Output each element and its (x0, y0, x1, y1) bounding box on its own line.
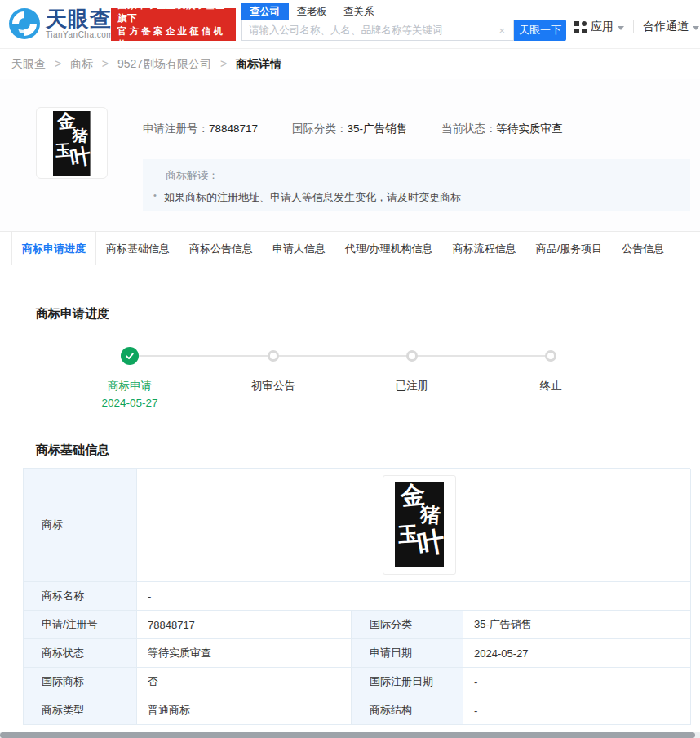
mark-char: 猪 (419, 504, 441, 526)
trademark-mark: 金 猪 玉 叶 (395, 482, 444, 567)
breadcrumb-separator: > (220, 57, 227, 70)
tab-basic-info[interactable]: 商标基础信息 (96, 232, 179, 265)
trademark-summary: 金 猪 玉 叶 申请注册号：78848717 国际分类：35-广告销售 当前状态… (0, 79, 700, 231)
table-label-name: 商标名称 (24, 582, 137, 611)
official-badge: 国家中小企业发展子基金旗下 官方备案企业征信机构 (111, 8, 236, 41)
basic-section-title: 商标基础信息 (36, 442, 700, 458)
search-input[interactable] (249, 24, 497, 36)
table-label: 商标类型 (24, 696, 137, 725)
breadcrumb-home[interactable]: 天眼查 (11, 57, 46, 70)
horizontal-scrollbar-thumb[interactable] (0, 732, 695, 738)
table-value: 普通商标 (137, 696, 352, 725)
nav-item-partner[interactable]: 合作通道 (643, 20, 699, 34)
horizontal-scrollbar (0, 732, 700, 738)
step-label-preliminary: 初审公告 (216, 379, 330, 393)
table-value: 78848717 (137, 611, 352, 639)
table-label: 国际分类 (352, 611, 463, 639)
table-value: 35-广告销售 (463, 611, 691, 639)
search-tab-relation[interactable]: 查关系 (335, 3, 383, 20)
step-pending-node (268, 350, 279, 362)
tab-announcement-info[interactable]: 商标公告信息 (179, 232, 263, 265)
tab-gazette-info[interactable]: 公告信息 (612, 232, 674, 265)
field-label: 国际分类： (292, 122, 348, 135)
nav-apps-label: 应用 (591, 20, 614, 34)
mark-char: 叶 (69, 144, 92, 168)
app-grid-icon (574, 21, 587, 33)
search-area: 查公司 查老板 查关系 × 天眼一下 (241, 3, 566, 41)
tab-process-info[interactable]: 商标流程信息 (443, 232, 526, 265)
basic-info-table: 商标 金 猪 玉 叶 商标名称 - 申请/注册号 78848717 国际分类 3… (23, 468, 690, 725)
field-value: 等待实质审查 (497, 122, 563, 135)
mark-char: 猪 (72, 127, 88, 143)
search-box: × (241, 20, 514, 41)
logo-title: 天眼查 (46, 8, 113, 29)
step-label-registered: 已注册 (355, 379, 469, 393)
tab-agency-info[interactable]: 代理/办理机构信息 (335, 232, 443, 265)
table-value: 否 (137, 668, 352, 696)
interpretation-title: 商标解读： (143, 168, 690, 183)
breadcrumb-separator: > (102, 57, 109, 70)
search-tabs: 查公司 查老板 查关系 (241, 3, 566, 20)
search-tab-company[interactable]: 查公司 (241, 3, 289, 20)
progress-line (130, 355, 551, 357)
logo-text: 天眼查 TianYanCha.com (46, 8, 113, 39)
search-tab-boss[interactable]: 查老板 (289, 3, 336, 20)
badge-line2: 官方备案企业征信机构 (117, 24, 229, 51)
trademark-detail-page: 天眼查 TianYanCha.com 国家中小企业发展子基金旗下 官方备案企业征… (0, 0, 700, 738)
table-value: 等待实质审查 (137, 639, 352, 668)
tab-goods-services[interactable]: 商品/服务项目 (526, 232, 613, 265)
badge-line1: 国家中小企业发展子基金旗下 (117, 0, 229, 24)
breadcrumb: 天眼查 > 商标 > 9527剧场有限公司 > 商标详情 (0, 49, 700, 79)
step-label-application: 商标申请 (73, 379, 187, 393)
caret-down-icon (618, 26, 624, 30)
caret-down-icon (693, 26, 699, 30)
logo-domain: TianYanCha.com (46, 30, 113, 39)
breadcrumb-current: 商标详情 (236, 57, 281, 70)
table-value: - (463, 696, 691, 725)
nav-item-apps[interactable]: 应用 (574, 20, 624, 34)
step-pending-node (406, 350, 418, 362)
field-value: 78848717 (209, 122, 258, 135)
step-label-terminated: 终止 (494, 379, 608, 393)
detail-tabs: 商标申请进度 商标基础信息 商标公告信息 申请人信息 代理/办理机构信息 商标流… (0, 231, 700, 265)
nav-divider (633, 20, 634, 33)
search-row: × 天眼一下 (241, 20, 566, 41)
search-button[interactable]: 天眼一下 (514, 20, 566, 41)
table-value-mark: 金 猪 玉 叶 (137, 469, 691, 582)
tianyancha-logo[interactable]: 天眼查 TianYanCha.com (8, 7, 113, 40)
top-nav: 应用 合作通道 企 (574, 17, 700, 37)
table-value: 2024-05-27 (463, 639, 691, 668)
table-value-name: - (137, 582, 691, 611)
table-value: - (463, 668, 691, 696)
table-label: 国际商标 (24, 668, 137, 696)
progress-section-title: 商标申请进度 (36, 306, 700, 322)
table-label-mark: 商标 (24, 469, 137, 582)
field-label: 申请注册号： (143, 122, 209, 135)
trademark-mark: 金 猪 玉 叶 (53, 111, 91, 176)
step-date: 2024-05-27 (73, 397, 187, 409)
interpretation-bullet: 如果商标的注册地址、申请人等信息发生变化，请及时变更商标 (143, 190, 690, 205)
tab-applicant-info[interactable]: 申请人信息 (263, 232, 335, 265)
trademark-thumbnail: 金 猪 玉 叶 (36, 107, 108, 179)
table-label: 商标状态 (24, 639, 137, 668)
step-pending-node (545, 350, 556, 362)
breadcrumb-trademark[interactable]: 商标 (70, 57, 93, 70)
tianyancha-logo-icon (8, 7, 41, 40)
field-registration-number: 申请注册号：78848717 (143, 122, 258, 136)
step-done-node (121, 347, 139, 365)
field-label: 当前状态： (441, 122, 497, 135)
clear-icon[interactable]: × (497, 24, 507, 37)
top-bar: 天眼查 TianYanCha.com 国家中小企业发展子基金旗下 官方备案企业征… (0, 0, 700, 49)
trademark-image-small: 金 猪 玉 叶 (53, 111, 91, 176)
field-current-status: 当前状态：等待实质审查 (441, 122, 563, 136)
table-label: 国际注册日期 (352, 668, 463, 696)
progress-steps: 商标申请 初审公告 已注册 终止 2024-05-27 (0, 346, 700, 436)
tab-application-progress[interactable]: 商标申请进度 (11, 232, 96, 265)
field-intl-class: 国际分类：35-广告销售 (292, 122, 407, 136)
table-label: 申请日期 (352, 639, 463, 668)
breadcrumb-company[interactable]: 9527剧场有限公司 (117, 57, 211, 70)
breadcrumb-separator: > (55, 57, 61, 70)
table-label: 商标结构 (352, 696, 463, 725)
trademark-image-large: 金 猪 玉 叶 (383, 475, 456, 575)
table-label: 申请/注册号 (24, 611, 137, 639)
